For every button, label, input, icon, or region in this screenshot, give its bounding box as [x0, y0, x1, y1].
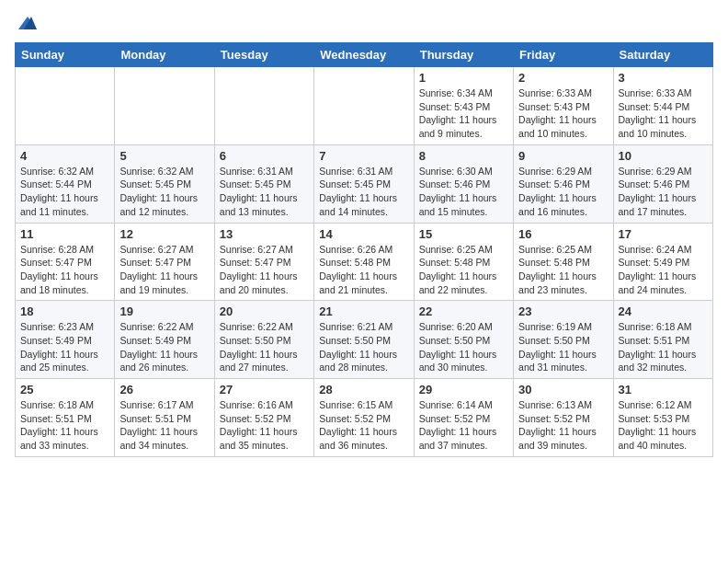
- day-number: 29: [419, 383, 508, 396]
- day-number: 17: [619, 227, 708, 241]
- calendar-header-monday: Monday: [115, 43, 214, 67]
- day-info: Sunrise: 6:31 AM Sunset: 5:45 PM Dayligh…: [220, 165, 309, 219]
- day-number: 2: [518, 71, 608, 85]
- calendar-cell: 10Sunrise: 6:29 AM Sunset: 5:46 PM Dayli…: [613, 144, 712, 223]
- calendar-cell: 6Sunrise: 6:31 AM Sunset: 5:45 PM Daylig…: [214, 144, 313, 223]
- calendar-cell: 11Sunrise: 6:28 AM Sunset: 5:47 PM Dayli…: [16, 223, 115, 301]
- day-info: Sunrise: 6:29 AM Sunset: 5:46 PM Dayligh…: [619, 165, 708, 219]
- logo-icon: [17, 15, 39, 31]
- day-info: Sunrise: 6:27 AM Sunset: 5:47 PM Dayligh…: [119, 243, 209, 297]
- day-number: 13: [220, 227, 309, 241]
- day-number: 16: [518, 227, 608, 241]
- day-number: 25: [20, 383, 109, 396]
- day-info: Sunrise: 6:34 AM Sunset: 5:43 PM Dayligh…: [419, 86, 508, 141]
- calendar-week-row: 11Sunrise: 6:28 AM Sunset: 5:47 PM Dayli…: [16, 223, 713, 301]
- day-number: 5: [119, 149, 209, 163]
- day-number: 20: [220, 304, 309, 318]
- calendar-table: SundayMondayTuesdayWednesdayThursdayFrid…: [15, 42, 713, 457]
- calendar-week-row: 25Sunrise: 6:18 AM Sunset: 5:51 PM Dayli…: [16, 379, 713, 457]
- calendar-cell: [16, 67, 115, 145]
- day-info: Sunrise: 6:21 AM Sunset: 5:50 PM Dayligh…: [319, 320, 408, 374]
- calendar-cell: 20Sunrise: 6:22 AM Sunset: 5:50 PM Dayli…: [214, 301, 313, 379]
- calendar-cell: 31Sunrise: 6:12 AM Sunset: 5:53 PM Dayli…: [613, 379, 712, 457]
- calendar-cell: 9Sunrise: 6:29 AM Sunset: 5:46 PM Daylig…: [514, 144, 613, 223]
- day-number: 11: [20, 227, 109, 241]
- calendar-cell: 28Sunrise: 6:15 AM Sunset: 5:52 PM Dayli…: [314, 379, 414, 457]
- day-number: 26: [119, 383, 209, 396]
- calendar-header-wednesday: Wednesday: [314, 43, 414, 67]
- day-info: Sunrise: 6:22 AM Sunset: 5:50 PM Dayligh…: [220, 320, 309, 374]
- calendar-week-row: 1Sunrise: 6:34 AM Sunset: 5:43 PM Daylig…: [16, 67, 713, 145]
- calendar-cell: 30Sunrise: 6:13 AM Sunset: 5:52 PM Dayli…: [514, 379, 613, 457]
- calendar-cell: 27Sunrise: 6:16 AM Sunset: 5:52 PM Dayli…: [214, 379, 313, 457]
- day-info: Sunrise: 6:25 AM Sunset: 5:48 PM Dayligh…: [419, 243, 508, 297]
- day-number: 4: [20, 149, 109, 163]
- day-info: Sunrise: 6:18 AM Sunset: 5:51 PM Dayligh…: [619, 320, 708, 374]
- calendar-cell: 2Sunrise: 6:33 AM Sunset: 5:43 PM Daylig…: [514, 67, 613, 145]
- day-number: 15: [419, 227, 508, 241]
- day-number: 27: [220, 383, 309, 396]
- calendar-cell: 7Sunrise: 6:31 AM Sunset: 5:45 PM Daylig…: [314, 144, 414, 223]
- day-info: Sunrise: 6:28 AM Sunset: 5:47 PM Dayligh…: [20, 243, 109, 297]
- day-number: 14: [319, 227, 408, 241]
- day-number: 1: [419, 71, 508, 85]
- day-number: 9: [518, 149, 608, 163]
- day-info: Sunrise: 6:20 AM Sunset: 5:50 PM Dayligh…: [419, 320, 508, 374]
- calendar-cell: 18Sunrise: 6:23 AM Sunset: 5:49 PM Dayli…: [16, 301, 115, 379]
- calendar-cell: 13Sunrise: 6:27 AM Sunset: 5:47 PM Dayli…: [214, 223, 313, 301]
- calendar-cell: 3Sunrise: 6:33 AM Sunset: 5:44 PM Daylig…: [613, 67, 712, 145]
- day-info: Sunrise: 6:33 AM Sunset: 5:43 PM Dayligh…: [518, 86, 608, 141]
- day-number: 6: [220, 149, 309, 163]
- calendar-header-sunday: Sunday: [16, 43, 115, 67]
- calendar-week-row: 4Sunrise: 6:32 AM Sunset: 5:44 PM Daylig…: [16, 144, 713, 223]
- calendar-header-friday: Friday: [514, 43, 613, 67]
- calendar-cell: 16Sunrise: 6:25 AM Sunset: 5:48 PM Dayli…: [514, 223, 613, 301]
- day-number: 21: [319, 304, 408, 318]
- calendar-cell: 29Sunrise: 6:14 AM Sunset: 5:52 PM Dayli…: [414, 379, 513, 457]
- calendar-cell: 1Sunrise: 6:34 AM Sunset: 5:43 PM Daylig…: [414, 67, 513, 145]
- day-number: 12: [119, 227, 209, 241]
- calendar-cell: 8Sunrise: 6:30 AM Sunset: 5:46 PM Daylig…: [414, 144, 513, 223]
- day-info: Sunrise: 6:18 AM Sunset: 5:51 PM Dayligh…: [20, 398, 109, 453]
- day-number: 18: [20, 304, 109, 318]
- day-number: 24: [619, 304, 708, 318]
- day-info: Sunrise: 6:22 AM Sunset: 5:49 PM Dayligh…: [119, 320, 209, 374]
- calendar-cell: 15Sunrise: 6:25 AM Sunset: 5:48 PM Dayli…: [414, 223, 513, 301]
- calendar-cell: [314, 67, 414, 145]
- day-info: Sunrise: 6:32 AM Sunset: 5:45 PM Dayligh…: [119, 165, 209, 219]
- calendar-header-thursday: Thursday: [414, 43, 513, 67]
- day-number: 31: [619, 383, 708, 396]
- day-number: 19: [119, 304, 209, 318]
- calendar-header-row: SundayMondayTuesdayWednesdayThursdayFrid…: [16, 43, 713, 67]
- logo: [15, 15, 39, 31]
- calendar-cell: [214, 67, 313, 145]
- day-number: 7: [319, 149, 408, 163]
- calendar-cell: [115, 67, 214, 145]
- day-number: 22: [419, 304, 508, 318]
- header: [15, 15, 713, 31]
- day-number: 28: [319, 383, 408, 396]
- day-info: Sunrise: 6:29 AM Sunset: 5:46 PM Dayligh…: [518, 165, 608, 219]
- day-info: Sunrise: 6:27 AM Sunset: 5:47 PM Dayligh…: [220, 243, 309, 297]
- calendar-cell: 5Sunrise: 6:32 AM Sunset: 5:45 PM Daylig…: [115, 144, 214, 223]
- day-info: Sunrise: 6:19 AM Sunset: 5:50 PM Dayligh…: [518, 320, 608, 374]
- day-info: Sunrise: 6:13 AM Sunset: 5:52 PM Dayligh…: [518, 398, 608, 453]
- calendar-cell: 14Sunrise: 6:26 AM Sunset: 5:48 PM Dayli…: [314, 223, 414, 301]
- calendar-cell: 26Sunrise: 6:17 AM Sunset: 5:51 PM Dayli…: [115, 379, 214, 457]
- day-info: Sunrise: 6:17 AM Sunset: 5:51 PM Dayligh…: [119, 398, 209, 453]
- calendar-cell: 19Sunrise: 6:22 AM Sunset: 5:49 PM Dayli…: [115, 301, 214, 379]
- calendar-header-tuesday: Tuesday: [214, 43, 313, 67]
- day-number: 8: [419, 149, 508, 163]
- day-info: Sunrise: 6:14 AM Sunset: 5:52 PM Dayligh…: [419, 398, 508, 453]
- day-info: Sunrise: 6:23 AM Sunset: 5:49 PM Dayligh…: [20, 320, 109, 374]
- calendar-cell: 21Sunrise: 6:21 AM Sunset: 5:50 PM Dayli…: [314, 301, 414, 379]
- day-info: Sunrise: 6:12 AM Sunset: 5:53 PM Dayligh…: [619, 398, 708, 453]
- calendar-cell: 22Sunrise: 6:20 AM Sunset: 5:50 PM Dayli…: [414, 301, 513, 379]
- calendar-cell: 17Sunrise: 6:24 AM Sunset: 5:49 PM Dayli…: [613, 223, 712, 301]
- day-info: Sunrise: 6:32 AM Sunset: 5:44 PM Dayligh…: [20, 165, 109, 219]
- day-number: 30: [518, 383, 608, 396]
- day-number: 23: [518, 304, 608, 318]
- calendar-cell: 12Sunrise: 6:27 AM Sunset: 5:47 PM Dayli…: [115, 223, 214, 301]
- calendar-header-saturday: Saturday: [613, 43, 712, 67]
- page: SundayMondayTuesdayWednesdayThursdayFrid…: [0, 0, 728, 472]
